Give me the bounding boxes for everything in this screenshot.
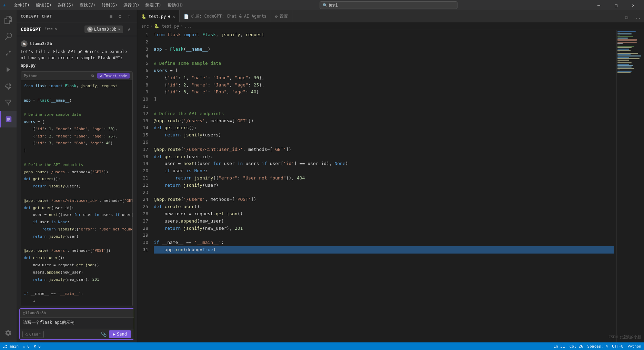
title-bar-right: ─ □ ✕ [591,0,641,10]
run-activity-icon[interactable] [0,61,17,78]
codegpt-logo-text: CODEGPT [21,27,41,32]
extensions-activity-icon[interactable] [0,78,17,94]
tab-settings[interactable]: ⚙ 设置 [271,10,292,22]
tab-extension[interactable]: 📄 扩展: CodeGPT: Chat & AI Agents [180,10,271,22]
menu-help[interactable]: 帮助(H) [165,2,186,9]
filter-icon[interactable]: ⚡ [125,25,133,33]
code-line-25: def create_user(): [154,203,614,210]
codegpt-top-bar: CODEGPT Free ⚙ 🦙 Llama3:8b ▾ ⚡ [17,22,137,36]
attach-icon[interactable]: 📎 [100,330,108,338]
code-line-30: if __name__ == '__main__': [154,239,614,246]
code-line-29 [154,232,614,239]
code-language-label: Python [24,74,38,78]
breadcrumb-ellipsis[interactable]: ... [184,24,192,29]
code-line-18: def get_user(user_id): [154,153,614,161]
code-line-16 [154,139,614,146]
tab-settings-label: 设置 [280,13,288,19]
more-actions-icon[interactable]: ··· [632,13,641,22]
watermark: CSDN @流浪的小新 [608,334,641,340]
test-activity-icon[interactable] [0,94,17,111]
error-count-status[interactable]: ✘ 0 [34,344,41,349]
top-bar-actions: ⚡ [125,25,133,33]
copy-code-button[interactable]: ⧉ [89,73,96,79]
title-search-input[interactable] [329,3,454,8]
sidebar-menu-icon[interactable]: ≡ [107,12,115,20]
message-text-1: Let's tilt a Flask API 🌶 Here's an examp… [21,49,133,61]
code-line-14: def get_users(): [154,124,614,132]
line-numbers: 1234 5678 9101112 13141516 17181920 2122… [137,30,151,342]
settings-activity-icon[interactable] [0,326,17,342]
breadcrumb-sep-1: › [150,24,153,29]
settings-file-icon: ⚙ [275,14,278,19]
code-line-10: ] [154,96,614,103]
message-name-1: llama3:8b [30,41,52,46]
status-bar-left: ⎇ main ⚠ 0 ✘ 0 [3,344,41,349]
model-chevron-icon: ▾ [118,27,120,32]
chat-input-text: 请写一个flask api的示例 [23,320,74,325]
menu-select[interactable]: 选择(S) [55,2,76,9]
maximize-button[interactable]: □ [608,0,624,10]
breadcrumb-src[interactable]: src [141,24,149,29]
status-bar: ⎇ main ⚠ 0 ✘ 0 Ln 31, Col 26 Spaces: 4 U… [0,342,644,350]
split-editor-icon[interactable]: ⧉ [622,13,631,22]
sidebar-title: CODEGPT CHAT [21,14,52,19]
menu-file[interactable]: 文件(F) [11,2,32,9]
tab-close-button[interactable]: ✕ [172,14,175,19]
vscode-icon: ⚡ [3,2,9,8]
sidebar-settings-icon[interactable]: ⚙ [116,12,124,20]
error-warning-status[interactable]: ⚠ 0 [23,344,30,349]
explorer-activity-icon[interactable] [0,12,17,28]
title-search-box[interactable]: 🔍 [320,1,457,9]
message-filename: app.py [21,62,133,69]
search-icon: 🔍 [323,3,328,8]
git-branch-status[interactable]: ⎇ main [3,344,19,349]
tab-bar: 🐍 test.py ✕ 📄 扩展: CodeGPT: Chat & AI Age… [137,10,644,22]
tab-bar-right: ⧉ ··· [292,13,644,22]
code-line-20: if user is None: [154,167,614,175]
language-status[interactable]: Python [627,344,641,349]
sidebar-header-icons: ≡ ⚙ ↑ [107,12,133,20]
code-line-9: {"id": 3, "name": "Bob", "age": 40} [154,89,614,96]
insert-code-button[interactable]: ↩ Insert code [97,73,130,79]
tab-test-py[interactable]: 🐍 test.py ✕ [137,10,180,22]
menu-terminal[interactable]: 终端(T) [143,2,164,9]
extension-file-icon: 📄 [184,14,189,19]
codegpt-logo: CODEGPT Free ⚙ [21,27,57,32]
breadcrumb-file[interactable]: 🐍 test.py [154,24,179,29]
minimap [616,30,644,342]
code-line-19: user = next((user for user in users if u… [154,160,614,167]
menu-find[interactable]: 查找(V) [77,2,98,9]
chat-input-body[interactable]: 请写一个flask api的示例 [20,318,134,329]
code-line-4 [154,53,614,60]
code-line-8: {"id": 2, "name": "Jane", "age": 25}, [154,82,614,89]
menu-run[interactable]: 运行(R) [121,2,142,9]
code-line-31: app.run(debug=True) [154,246,614,254]
code-content[interactable]: from flask import Flask, jsonify, reques… [151,30,616,342]
model-selector[interactable]: 🦙 Llama3:8b ▾ [84,25,123,33]
menu-goto[interactable]: 转到(G) [99,2,120,9]
encoding-status[interactable]: UTF-8 [612,344,623,349]
codegpt-settings-icon[interactable]: ⚙ [55,27,57,31]
send-button[interactable]: ▶ Send [109,330,131,338]
spaces-status[interactable]: Spaces: 4 [587,344,608,349]
code-line-21: return jsonify({"error": "User not found… [154,175,614,182]
input-right-actions: 📎 ▶ Send [100,330,131,338]
title-bar-left: ⚡ 文件(F) 编辑(E) 选择(S) 查找(V) 转到(G) 运行(R) 终端… [3,2,186,9]
clear-button[interactable]: ○ Clear [22,331,44,338]
source-control-activity-icon[interactable] [0,45,17,61]
cursor-position-status[interactable]: Ln 31, Col 26 [553,344,583,349]
sidebar-upload-icon[interactable]: ↑ [125,12,133,20]
menu-edit[interactable]: 编辑(E) [33,2,54,9]
minimap-content [617,30,644,74]
minimize-button[interactable]: ─ [591,0,607,10]
code-block-content: from flask import Flask, jsonify, reques… [21,80,132,306]
search-activity-icon[interactable] [0,28,17,45]
message-avatar-1: 🦙 [21,40,28,47]
code-block-container: Python ⧉ ↩ Insert code from flask import… [21,71,133,306]
code-line-13: @app.route('/users', methods=['GET']) [154,117,614,125]
chat-input-footer: ○ Clear 📎 ▶ Send [20,329,134,339]
codegpt-activity-icon[interactable] [0,111,17,127]
close-button[interactable]: ✕ [625,0,641,10]
send-icon: ▶ [113,332,115,337]
editor-area: 🐍 test.py ✕ 📄 扩展: CodeGPT: Chat & AI Age… [137,10,644,342]
